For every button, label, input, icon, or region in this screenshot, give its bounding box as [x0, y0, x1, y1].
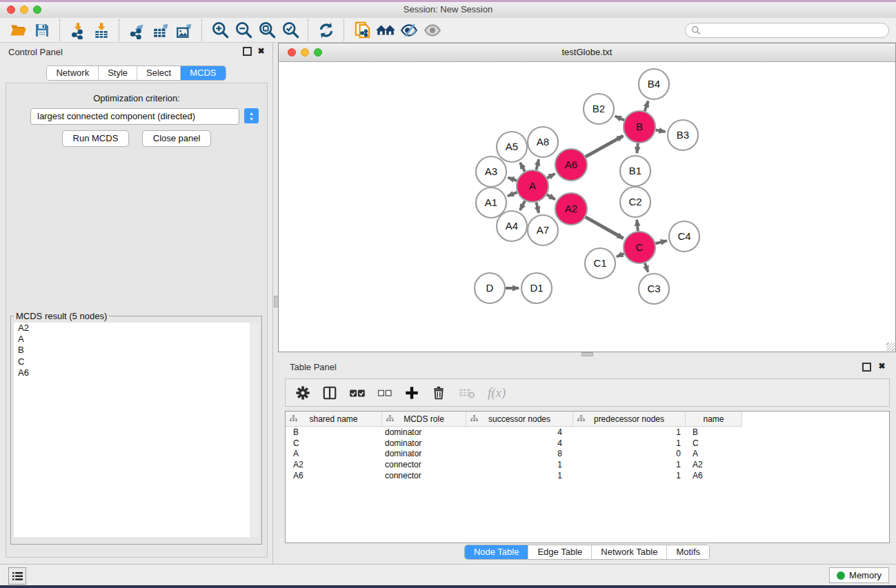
list-item[interactable]: A2: [14, 323, 259, 334]
close-panel-button-inline[interactable]: Close panel: [142, 130, 212, 147]
tab-style[interactable]: Style: [98, 66, 137, 80]
tab-node-table[interactable]: Node Table: [465, 545, 528, 559]
main-titlebar[interactable]: Session: New Session: [0, 2, 896, 19]
network-canvas[interactable]: B4B2BB3A8A5A6B1A3AC2A1A2A4A7C4CC1C3DD1: [279, 62, 895, 352]
table-row[interactable]: A6connector11A6: [286, 470, 889, 481]
table-cell[interactable]: 1: [466, 471, 573, 480]
column-header-shared-name[interactable]: shared name: [286, 412, 382, 426]
resize-grip-icon[interactable]: [886, 343, 895, 351]
tab-select[interactable]: Select: [137, 66, 180, 80]
table-cell[interactable]: connector: [382, 460, 466, 469]
table-cell[interactable]: 8: [466, 449, 573, 458]
zoom-selected-button[interactable]: [279, 20, 302, 41]
graph-edge-B-B4[interactable]: [645, 101, 648, 112]
graph-edge-C-C3[interactable]: [645, 263, 648, 272]
tab-edge-table[interactable]: Edge Table: [528, 545, 591, 559]
table-cell[interactable]: B: [286, 427, 382, 437]
table-row[interactable]: Cdominator41C: [286, 438, 889, 449]
export-image-button[interactable]: [172, 20, 196, 41]
save-session-button[interactable]: [30, 20, 54, 41]
select-all-button[interactable]: [349, 387, 366, 399]
graph-edge-A-A7[interactable]: [536, 202, 539, 212]
import-table-button[interactable]: [90, 20, 113, 41]
network-window-titlebar[interactable]: testGlobe.txt: [279, 43, 895, 62]
delete-table-button[interactable]: [458, 386, 476, 400]
criterion-select[interactable]: largest connected component (directed) ▲…: [30, 108, 239, 125]
delete-columns-button[interactable]: [431, 385, 446, 401]
graph-edge-A-A2[interactable]: [547, 194, 555, 199]
graph-edge-A-A6[interactable]: [547, 174, 555, 178]
graph-edge-B-B1[interactable]: [637, 143, 637, 153]
column-header-predecessor-nodes[interactable]: predecessor nodes: [573, 412, 686, 426]
table-cell[interactable]: A2: [686, 460, 742, 469]
graph-edge-A-A8[interactable]: [536, 159, 539, 170]
float-table-panel-button[interactable]: [862, 363, 871, 372]
list-item[interactable]: C: [14, 356, 259, 367]
graph-edge-B-B2[interactable]: [615, 116, 624, 120]
close-panel-button[interactable]: ✖: [257, 47, 266, 56]
function-builder-button[interactable]: f(x): [488, 385, 506, 401]
export-table-button[interactable]: [149, 20, 172, 41]
list-item[interactable]: B: [14, 345, 259, 356]
open-session-button[interactable]: [7, 20, 30, 41]
table-cell[interactable]: A6: [686, 471, 742, 480]
table-cell[interactable]: 1: [573, 460, 686, 469]
home-button[interactable]: [374, 20, 397, 41]
table-cell[interactable]: 0: [573, 449, 686, 458]
table-row[interactable]: A2connector11A2: [286, 459, 889, 470]
graph-edge-B-B3[interactable]: [656, 130, 666, 132]
create-column-button[interactable]: [404, 385, 419, 401]
copy-network-button[interactable]: [350, 20, 374, 41]
show-columns-button[interactable]: [322, 385, 337, 401]
table-settings-button[interactable]: [295, 385, 310, 401]
hide-graphics-button[interactable]: [397, 20, 421, 41]
task-history-button[interactable]: [8, 567, 26, 585]
tab-mcds[interactable]: MCDS: [180, 66, 225, 80]
table-cell[interactable]: 1: [573, 438, 686, 448]
graph-edge-A-A3[interactable]: [508, 178, 517, 181]
table-cell[interactable]: 1: [573, 471, 686, 480]
graph-edge-A6-B[interactable]: [586, 136, 623, 156]
table-cell[interactable]: 1: [573, 427, 686, 437]
show-graphics-button[interactable]: [421, 20, 444, 41]
graph-edge-A-A5[interactable]: [520, 163, 525, 172]
tab-motifs[interactable]: Motifs: [666, 545, 709, 559]
table-cell[interactable]: connector: [382, 471, 466, 480]
table-cell[interactable]: C: [286, 438, 382, 448]
list-item[interactable]: A: [14, 334, 259, 345]
search-input[interactable]: [704, 25, 888, 36]
graph-edge-A-A1[interactable]: [508, 192, 517, 196]
table-cell[interactable]: C: [686, 438, 742, 448]
table-row[interactable]: Bdominator41B: [286, 427, 889, 438]
column-header-MCDS-role[interactable]: MCDS role: [382, 412, 466, 426]
close-table-panel-button[interactable]: ✖: [877, 362, 886, 371]
export-network-button[interactable]: [126, 20, 149, 41]
run-mcds-button[interactable]: Run MCDS: [62, 130, 130, 147]
list-item[interactable]: A6: [14, 367, 259, 378]
list-scrollbar[interactable]: [250, 323, 259, 537]
float-panel-button[interactable]: [243, 47, 252, 56]
table-cell[interactable]: A: [686, 449, 742, 458]
table-cell[interactable]: A: [286, 449, 382, 458]
graph-edge-C-C4[interactable]: [655, 241, 666, 243]
table-row[interactable]: Adominator80A: [286, 448, 889, 459]
column-header-successor-nodes[interactable]: successor nodes: [466, 412, 573, 426]
import-network-button[interactable]: [66, 20, 90, 41]
zoom-fit-button[interactable]: [255, 20, 279, 41]
search-box[interactable]: [685, 23, 889, 38]
graph-edge-A-A4[interactable]: [520, 201, 525, 210]
tab-network-table[interactable]: Network Table: [591, 545, 666, 559]
table-cell[interactable]: B: [686, 427, 742, 437]
table-cell[interactable]: A6: [286, 471, 382, 480]
zoom-out-button[interactable]: [232, 20, 255, 41]
table-cell[interactable]: dominator: [382, 449, 466, 458]
deselect-all-button[interactable]: [377, 387, 392, 398]
table-cell[interactable]: 4: [466, 438, 573, 448]
mcds-result-list[interactable]: A2ABCA6: [14, 323, 259, 537]
table-cell[interactable]: 1: [466, 460, 573, 469]
table-cell[interactable]: 4: [466, 427, 573, 437]
table-cell[interactable]: dominator: [382, 427, 466, 437]
table-cell[interactable]: dominator: [382, 438, 466, 448]
tab-network[interactable]: Network: [47, 66, 98, 80]
zoom-in-button[interactable]: [208, 20, 232, 41]
